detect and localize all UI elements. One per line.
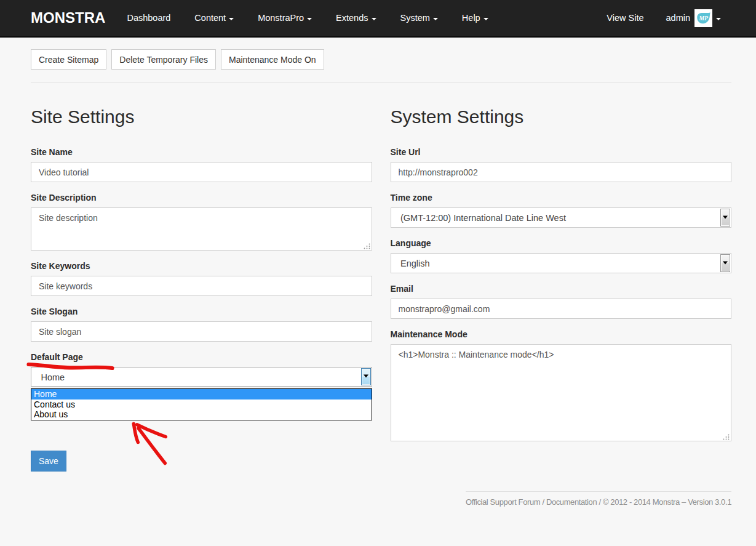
footer-separator: / <box>540 497 546 507</box>
svg-text:MP: MP <box>698 15 709 22</box>
avatar: MP <box>694 9 712 27</box>
user-menu-toggle[interactable]: admin MP <box>655 0 733 36</box>
timezone-value: (GMT-12:00) International Date Line West <box>400 209 566 228</box>
language-label: Language <box>391 237 732 249</box>
nav-item-label: Help <box>462 13 480 23</box>
chevron-down-icon <box>229 18 234 20</box>
site-slogan-input[interactable] <box>31 321 372 342</box>
nav-item-label: Content <box>194 13 226 23</box>
site-description-textarea[interactable]: Site description <box>31 207 372 251</box>
site-url-input[interactable] <box>391 162 732 182</box>
footer-copyright: / © 2012 - 2014 Monstra – Version 3.0.1 <box>597 497 731 507</box>
support-forum-link[interactable]: Official Support Forum <box>466 497 540 507</box>
chevron-down-icon <box>483 18 488 20</box>
site-settings-title: Site Settings <box>31 106 372 127</box>
language-select[interactable]: English <box>391 253 732 273</box>
default-page-select[interactable]: Home Home Contact us About us <box>31 367 372 387</box>
nav-item-label: MonstraPro <box>258 13 304 23</box>
nav-item-dashboard[interactable]: Dashboard <box>115 0 183 36</box>
nav-item-label: Dashboard <box>127 13 170 23</box>
nav-item-content[interactable]: Content <box>183 0 246 36</box>
email-input[interactable] <box>391 299 732 319</box>
select-arrow-button[interactable] <box>361 368 371 385</box>
brand-logo[interactable]: MONSTRA <box>31 9 105 26</box>
email-label: Email <box>391 283 732 295</box>
site-slogan-label: Site Slogan <box>31 305 372 318</box>
documentation-link[interactable]: Documentation <box>546 497 597 507</box>
chevron-down-icon <box>433 18 438 20</box>
default-page-dropdown: Home Contact us About us <box>31 388 372 420</box>
nav-item-monstrapro[interactable]: MonstraPro <box>246 0 324 36</box>
dropdown-option-home[interactable]: Home <box>31 389 372 399</box>
dropdown-option-contact-us[interactable]: Contact us <box>31 399 372 410</box>
timezone-label: Time zone <box>391 191 732 204</box>
navbar: MONSTRA Dashboard Content MonstraPro Ext… <box>0 0 756 38</box>
language-value: English <box>400 254 430 273</box>
select-arrow-button[interactable] <box>720 209 730 227</box>
nav-item-extends[interactable]: Extends <box>324 0 388 36</box>
username-label: admin <box>666 13 691 23</box>
view-site-link[interactable]: View Site <box>595 0 655 36</box>
site-settings-section: Site Settings Site Name Site Description… <box>31 83 372 472</box>
site-description-label: Site Description <box>31 191 372 204</box>
site-name-label: Site Name <box>31 146 372 158</box>
maintenance-mode-textarea[interactable]: <h1>Monstra :: Maintenance mode</h1> <box>391 344 732 441</box>
main-nav: Dashboard Content MonstraPro Extends Sys… <box>115 0 500 36</box>
maintenance-mode-label: Maintenance Mode <box>391 328 732 340</box>
nav-item-help[interactable]: Help <box>450 0 500 36</box>
site-url-label: Site Url <box>391 146 732 158</box>
create-sitemap-button[interactable]: Create Sitemap <box>31 49 106 70</box>
view-site-label: View Site <box>607 13 643 23</box>
action-toolbar: Create Sitemap Delete Temporary Files Ma… <box>31 38 731 70</box>
site-keywords-input[interactable] <box>31 276 372 296</box>
system-settings-title: System Settings <box>391 106 732 127</box>
site-name-input[interactable] <box>31 162 372 182</box>
chevron-down-icon <box>716 18 721 20</box>
chevron-down-icon <box>372 18 376 20</box>
nav-item-system[interactable]: System <box>388 0 450 36</box>
timezone-select[interactable]: (GMT-12:00) International Date Line West <box>391 207 732 228</box>
dropdown-option-about-us[interactable]: About us <box>31 409 372 420</box>
chevron-down-icon <box>307 18 312 20</box>
default-page-label: Default Page <box>31 351 372 363</box>
site-keywords-label: Site Keywords <box>31 260 372 272</box>
select-arrow-button[interactable] <box>720 254 730 272</box>
save-button[interactable]: Save <box>31 451 66 472</box>
footer: Official Support Forum / Documentation /… <box>466 491 731 508</box>
default-page-value: Home <box>41 368 65 387</box>
delete-temporary-files-button[interactable]: Delete Temporary Files <box>111 49 216 70</box>
maintenance-mode-on-button[interactable]: Maintenance Mode On <box>221 49 324 70</box>
nav-item-label: Extends <box>336 13 368 23</box>
nav-item-label: System <box>400 13 430 23</box>
system-settings-section: System Settings Site Url Time zone (GMT-… <box>391 83 732 472</box>
